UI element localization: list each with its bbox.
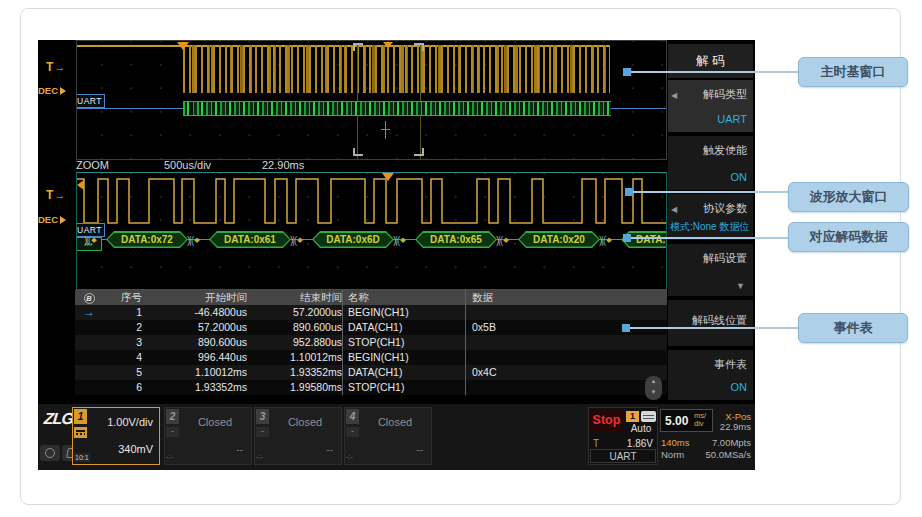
zoom-region-bracket-tr xyxy=(414,43,424,51)
callout-marker xyxy=(623,68,631,76)
channel-4-status: Closed xyxy=(359,416,431,428)
zoom-center-marker[interactable] xyxy=(383,42,393,48)
zoom-label: ZOOM xyxy=(76,159,109,171)
channel-1-badge: 1 xyxy=(74,409,87,424)
zoom-decode-label: DEC xyxy=(38,214,70,225)
touch-icon[interactable] xyxy=(40,445,60,461)
probe-placeholder: -:- xyxy=(346,452,353,461)
channel-2-box[interactable]: 2 - -:- Closed -- xyxy=(164,407,252,465)
trigger-position-marker[interactable] xyxy=(177,42,189,50)
table-row[interactable]: 61.93352ms 1.99580msSTOP(CH1) xyxy=(75,380,667,395)
zoom-offset: 22.90ms xyxy=(262,159,304,171)
frame-marks: )|(◆ xyxy=(599,233,611,247)
submenu-arrow-icon: ◀ xyxy=(671,205,677,214)
zoom-region-bracket-bl xyxy=(353,148,363,156)
table-row[interactable]: 3890.600us 952.880usSTOP(CH1) xyxy=(75,335,667,350)
callout-line xyxy=(631,237,788,239)
menu-item-protocol-params[interactable]: ◀ 协议参数 模式:None 数据位 xyxy=(668,194,753,240)
event-table: B 序号 开始时间 结束时间 名称 数据 → 1-46.4800us 57.20… xyxy=(75,290,667,396)
table-row[interactable]: → 1-46.4800us 57.2000usBEGIN(CH1) xyxy=(75,305,667,320)
menu-item-decode-settings[interactable]: 解码设置 ▼ xyxy=(668,244,753,296)
menu-item-trigger-enable[interactable]: 触发使能 ON xyxy=(668,136,753,190)
zoom-trigger-label: T→ xyxy=(46,188,65,202)
uart-signal-burst xyxy=(183,45,610,93)
probe-placeholder: -:- xyxy=(256,452,263,461)
zoom-region-center-tick xyxy=(385,121,386,139)
record-length-points: 7.00Mpts xyxy=(712,437,751,448)
frame-marks: )|(◆ xyxy=(393,233,405,247)
frame-marks: )|(◆ xyxy=(187,233,199,247)
probe-placeholder: -:- xyxy=(166,452,173,461)
trigger-level: 1.86V xyxy=(627,438,653,449)
status-bar: ZLG ® 1 10:1 1.00V/div 340mV 2 - -:- Clo… xyxy=(38,403,755,470)
menu-item-decode-type[interactable]: ◀ 解码类型 UART xyxy=(668,80,753,132)
channel-1-box[interactable]: 1 10:1 1.00V/div 340mV xyxy=(72,407,160,465)
timebase-box[interactable]: 5.00 ms/ div xyxy=(660,409,713,432)
submenu-arrow-icon: ◀ xyxy=(671,91,677,100)
trigger-status-cluster: Stop 1 Auto T 1.86V UART xyxy=(588,407,658,465)
timebase-value: 5.00 xyxy=(665,414,688,428)
zoom-waveform xyxy=(77,173,666,231)
table-row[interactable]: 51.10012ms 1.93352msDATA(CH1) 0x4C xyxy=(75,365,667,380)
zoom-window: UART ... )|(◆ DATA:0x72 )|(◆ DATA:0x61 )… xyxy=(76,172,667,290)
table-scrollbar[interactable]: ▲ ▼ xyxy=(645,376,662,400)
channel-3-badge: 3 xyxy=(256,409,269,424)
decode-byte: DATA:0x65 xyxy=(415,231,497,248)
brand-logo: ZLG xyxy=(43,410,74,428)
acquire-mode: Norm xyxy=(661,449,684,460)
decode-byte: DATA:0x72 xyxy=(106,231,188,248)
callout-main-timebase-window: 主时基窗口 xyxy=(798,57,908,87)
callout-marker xyxy=(622,324,630,332)
xpos-value: 22.9ms xyxy=(709,421,751,432)
zoom-region-bracket-br xyxy=(414,148,424,156)
dc-coupling-icon xyxy=(74,427,87,438)
decode-byte: DATA:0x61 xyxy=(209,231,291,248)
channel-2-badge: 2 xyxy=(166,409,179,424)
trigger-label: T xyxy=(593,438,599,449)
offset-placeholder: -- xyxy=(236,444,243,455)
channel-4-badge: 4 xyxy=(346,409,359,424)
channel-4-box[interactable]: 4 - -:- Closed -- xyxy=(344,407,432,465)
bus-icon: B xyxy=(84,293,95,304)
trigger-mode: Auto xyxy=(625,423,657,434)
menu-item-event-table[interactable]: 事件表 ON xyxy=(668,350,753,400)
probe-ratio: 10:1 xyxy=(74,453,90,462)
channel-2-status: Closed xyxy=(179,416,251,428)
decode-menu: 解 码 ◀ 解码类型 UART 触发使能 ON ◀ 协议参数 模式:None 数… xyxy=(668,40,755,403)
offset-placeholder: -- xyxy=(326,444,333,455)
frame-marks: )|(◆ xyxy=(496,233,508,247)
coupling-placeholder: - xyxy=(256,427,269,437)
callout-marker xyxy=(623,234,631,242)
coupling-placeholder: - xyxy=(346,427,359,437)
main-decode-label: DEC xyxy=(38,85,70,96)
table-row[interactable]: 4996.440us 1.10012msBEGIN(CH1) xyxy=(75,350,667,365)
main-trigger-label: T→ xyxy=(46,60,65,74)
zoom-region-bracket-tl xyxy=(353,43,363,51)
edge-icon xyxy=(641,411,656,422)
sample-rate: 50.0MSa/s xyxy=(706,449,751,460)
page: T→ DEC T→ DEC UART ZOOM 500us/div 22.90m… xyxy=(0,0,922,517)
zoom-trigger-marker[interactable] xyxy=(382,173,394,181)
scroll-up-icon[interactable]: ▲ xyxy=(645,376,662,387)
decode-data-strip xyxy=(183,101,611,116)
decode-arrow-icon xyxy=(60,87,70,95)
trigger-source-badge: 1 xyxy=(626,411,639,422)
callout-event-table: 事件表 xyxy=(798,313,908,343)
channel-1-offset: 340mV xyxy=(118,443,153,455)
callout-line xyxy=(631,71,798,73)
run-state-badge[interactable]: Stop xyxy=(590,410,623,431)
callout-zoom-window: 波形放大窗口 xyxy=(788,182,909,212)
frame-marks: )|(◆ xyxy=(84,233,96,247)
menu-item-decode-line-position[interactable]: 解码线位置 xyxy=(668,300,753,346)
zoom-scale: 500us/div xyxy=(164,159,211,171)
trigger-type: UART xyxy=(590,449,656,463)
selected-row-arrow-icon: → xyxy=(75,305,103,320)
scroll-down-icon[interactable]: ▼ xyxy=(645,387,662,398)
channel-3-box[interactable]: 3 - -:- Closed -- xyxy=(254,407,342,465)
callout-decode-data: 对应解码数据 xyxy=(788,222,909,252)
channel-1-scale: 1.00V/div xyxy=(107,416,153,428)
table-row[interactable]: 257.2000us 890.600usDATA(CH1) 0x5B xyxy=(75,320,667,335)
main-timebase-window: UART xyxy=(76,40,667,160)
offset-placeholder: -- xyxy=(416,444,423,455)
left-edge-marker xyxy=(77,180,84,190)
